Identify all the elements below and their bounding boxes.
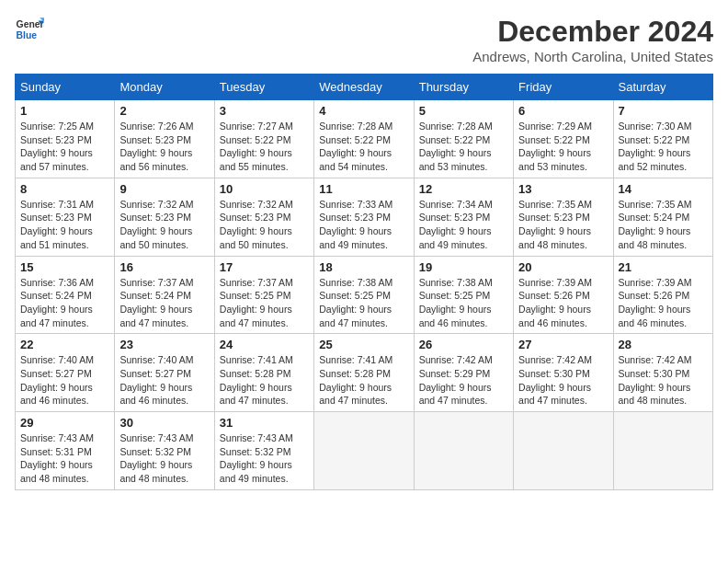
day-info: Sunrise: 7:31 AM Sunset: 5:23 PM Dayligh…	[20, 198, 109, 252]
table-row: 4Sunrise: 7:28 AM Sunset: 5:22 PM Daylig…	[314, 100, 414, 178]
calendar-week-row: 29Sunrise: 7:43 AM Sunset: 5:31 PM Dayli…	[16, 412, 713, 490]
day-number: 1	[20, 104, 109, 118]
day-info: Sunrise: 7:25 AM Sunset: 5:23 PM Dayligh…	[20, 120, 109, 174]
day-number: 26	[419, 338, 508, 351]
day-number: 19	[419, 260, 508, 274]
table-row: 3Sunrise: 7:27 AM Sunset: 5:22 PM Daylig…	[214, 100, 313, 178]
calendar-header-row: Sunday Monday Tuesday Wednesday Thursday…	[16, 75, 713, 100]
day-number: 11	[319, 182, 408, 196]
day-info: Sunrise: 7:34 AM Sunset: 5:23 PM Dayligh…	[419, 198, 508, 252]
day-number: 30	[119, 416, 209, 430]
day-number: 13	[518, 182, 608, 196]
table-row: 13Sunrise: 7:35 AM Sunset: 5:23 PM Dayli…	[514, 178, 613, 256]
table-row: 18Sunrise: 7:38 AM Sunset: 5:25 PM Dayli…	[314, 256, 414, 334]
table-row: 22Sunrise: 7:40 AM Sunset: 5:27 PM Dayli…	[16, 334, 115, 412]
day-info: Sunrise: 7:28 AM Sunset: 5:22 PM Dayligh…	[419, 120, 508, 174]
day-info: Sunrise: 7:36 AM Sunset: 5:24 PM Dayligh…	[20, 276, 109, 330]
day-number: 10	[220, 182, 309, 196]
day-number: 16	[119, 260, 209, 274]
table-row: 5Sunrise: 7:28 AM Sunset: 5:22 PM Daylig…	[414, 100, 513, 178]
logo-icon: General Blue	[15, 15, 44, 44]
day-info: Sunrise: 7:33 AM Sunset: 5:23 PM Dayligh…	[319, 198, 408, 252]
day-number: 29	[20, 416, 109, 430]
day-number: 6	[518, 104, 608, 118]
calendar-week-row: 22Sunrise: 7:40 AM Sunset: 5:27 PM Dayli…	[16, 334, 713, 412]
subtitle: Andrews, North Carolina, United States	[472, 49, 713, 64]
table-row: 24Sunrise: 7:41 AM Sunset: 5:28 PM Dayli…	[214, 334, 313, 412]
day-number: 17	[220, 260, 309, 274]
day-number: 28	[619, 338, 708, 351]
col-thursday: Thursday	[414, 75, 513, 100]
day-info: Sunrise: 7:43 AM Sunset: 5:32 PM Dayligh…	[119, 431, 209, 486]
table-row	[314, 412, 414, 490]
day-info: Sunrise: 7:35 AM Sunset: 5:23 PM Dayligh…	[518, 198, 608, 252]
day-number: 18	[319, 260, 408, 274]
day-info: Sunrise: 7:32 AM Sunset: 5:23 PM Dayligh…	[119, 198, 209, 252]
table-row: 19Sunrise: 7:38 AM Sunset: 5:25 PM Dayli…	[414, 256, 513, 334]
table-row: 23Sunrise: 7:40 AM Sunset: 5:27 PM Dayli…	[115, 334, 214, 412]
col-tuesday: Tuesday	[214, 75, 313, 100]
table-row: 28Sunrise: 7:42 AM Sunset: 5:30 PM Dayli…	[613, 334, 712, 412]
day-number: 27	[518, 338, 608, 351]
day-info: Sunrise: 7:27 AM Sunset: 5:22 PM Dayligh…	[220, 120, 309, 174]
svg-text:Blue: Blue	[17, 30, 38, 40]
day-number: 14	[619, 182, 708, 196]
table-row: 17Sunrise: 7:37 AM Sunset: 5:25 PM Dayli…	[214, 256, 313, 334]
table-row: 12Sunrise: 7:34 AM Sunset: 5:23 PM Dayli…	[414, 178, 513, 256]
table-row: 2Sunrise: 7:26 AM Sunset: 5:23 PM Daylig…	[115, 100, 214, 178]
day-number: 20	[518, 260, 608, 274]
table-row	[514, 412, 613, 490]
day-number: 24	[220, 338, 309, 351]
day-info: Sunrise: 7:42 AM Sunset: 5:30 PM Dayligh…	[518, 353, 608, 408]
day-info: Sunrise: 7:39 AM Sunset: 5:26 PM Dayligh…	[518, 276, 608, 330]
page-header: General Blue December 2024 Andrews, Nort…	[15, 15, 713, 64]
day-number: 4	[319, 104, 408, 118]
day-number: 3	[220, 104, 309, 118]
calendar-week-row: 1Sunrise: 7:25 AM Sunset: 5:23 PM Daylig…	[16, 100, 713, 178]
table-row: 29Sunrise: 7:43 AM Sunset: 5:31 PM Dayli…	[16, 412, 115, 490]
day-info: Sunrise: 7:42 AM Sunset: 5:30 PM Dayligh…	[619, 353, 708, 408]
table-row: 31Sunrise: 7:43 AM Sunset: 5:32 PM Dayli…	[214, 412, 313, 490]
table-row: 14Sunrise: 7:35 AM Sunset: 5:24 PM Dayli…	[613, 178, 712, 256]
table-row: 10Sunrise: 7:32 AM Sunset: 5:23 PM Dayli…	[214, 178, 313, 256]
day-number: 12	[419, 182, 508, 196]
col-monday: Monday	[115, 75, 214, 100]
day-info: Sunrise: 7:35 AM Sunset: 5:24 PM Dayligh…	[619, 198, 708, 252]
col-friday: Friday	[514, 75, 613, 100]
day-info: Sunrise: 7:26 AM Sunset: 5:23 PM Dayligh…	[119, 120, 209, 174]
main-title: December 2024	[472, 15, 713, 49]
day-number: 8	[20, 182, 109, 196]
day-number: 21	[619, 260, 708, 274]
day-info: Sunrise: 7:28 AM Sunset: 5:22 PM Dayligh…	[319, 120, 408, 174]
day-info: Sunrise: 7:32 AM Sunset: 5:23 PM Dayligh…	[220, 198, 309, 252]
day-info: Sunrise: 7:37 AM Sunset: 5:24 PM Dayligh…	[119, 276, 209, 330]
table-row: 7Sunrise: 7:30 AM Sunset: 5:22 PM Daylig…	[613, 100, 712, 178]
day-number: 25	[319, 338, 408, 351]
table-row: 27Sunrise: 7:42 AM Sunset: 5:30 PM Dayli…	[514, 334, 613, 412]
table-row: 1Sunrise: 7:25 AM Sunset: 5:23 PM Daylig…	[16, 100, 115, 178]
day-number: 5	[419, 104, 508, 118]
day-info: Sunrise: 7:43 AM Sunset: 5:31 PM Dayligh…	[20, 431, 109, 486]
col-wednesday: Wednesday	[314, 75, 414, 100]
table-row	[613, 412, 712, 490]
day-info: Sunrise: 7:41 AM Sunset: 5:28 PM Dayligh…	[220, 353, 309, 408]
table-row: 6Sunrise: 7:29 AM Sunset: 5:22 PM Daylig…	[514, 100, 613, 178]
table-row: 16Sunrise: 7:37 AM Sunset: 5:24 PM Dayli…	[115, 256, 214, 334]
day-number: 23	[119, 338, 209, 351]
table-row: 30Sunrise: 7:43 AM Sunset: 5:32 PM Dayli…	[115, 412, 214, 490]
day-info: Sunrise: 7:41 AM Sunset: 5:28 PM Dayligh…	[319, 353, 408, 408]
day-number: 15	[20, 260, 109, 274]
table-row: 26Sunrise: 7:42 AM Sunset: 5:29 PM Dayli…	[414, 334, 513, 412]
day-info: Sunrise: 7:37 AM Sunset: 5:25 PM Dayligh…	[220, 276, 309, 330]
day-info: Sunrise: 7:39 AM Sunset: 5:26 PM Dayligh…	[619, 276, 708, 330]
day-info: Sunrise: 7:43 AM Sunset: 5:32 PM Dayligh…	[220, 431, 309, 486]
table-row: 11Sunrise: 7:33 AM Sunset: 5:23 PM Dayli…	[314, 178, 414, 256]
day-number: 9	[119, 182, 209, 196]
title-block: December 2024 Andrews, North Carolina, U…	[472, 15, 713, 64]
day-info: Sunrise: 7:42 AM Sunset: 5:29 PM Dayligh…	[419, 353, 508, 408]
table-row: 15Sunrise: 7:36 AM Sunset: 5:24 PM Dayli…	[16, 256, 115, 334]
table-row: 8Sunrise: 7:31 AM Sunset: 5:23 PM Daylig…	[16, 178, 115, 256]
day-info: Sunrise: 7:40 AM Sunset: 5:27 PM Dayligh…	[20, 353, 109, 408]
table-row: 25Sunrise: 7:41 AM Sunset: 5:28 PM Dayli…	[314, 334, 414, 412]
day-number: 7	[619, 104, 708, 118]
